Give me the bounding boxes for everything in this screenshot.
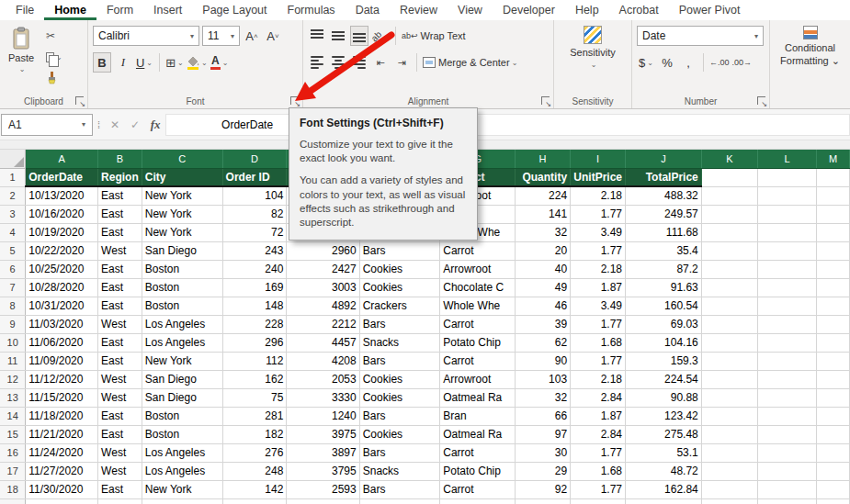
cell-D1[interactable]: Order ID [222, 168, 287, 186]
cell-H9[interactable]: 39 [516, 315, 571, 333]
cell-I8[interactable]: 3.49 [571, 297, 626, 315]
cell-H17[interactable]: 29 [516, 462, 571, 480]
row-header-13[interactable]: 13 [0, 388, 26, 407]
cell-I10[interactable]: 1.68 [571, 333, 626, 352]
cell-K11[interactable] [701, 352, 757, 370]
row-header-8[interactable]: 8 [0, 297, 26, 315]
cell-H16[interactable]: 30 [516, 443, 571, 462]
cell-J8[interactable]: 160.54 [626, 297, 702, 315]
cell-I11[interactable]: 1.77 [571, 352, 626, 370]
cell-A2[interactable]: 10/13/2020 [26, 186, 98, 205]
cell-L8[interactable] [758, 297, 817, 315]
cell-M8[interactable] [817, 297, 850, 315]
formula-input[interactable]: OrderDate [165, 114, 850, 136]
ribbon-tab-formulas[interactable]: Formulas [278, 1, 346, 20]
cell-C13[interactable]: San Diego [142, 388, 222, 407]
cell-J18[interactable]: 162.84 [626, 480, 702, 498]
clipboard-dialog-launcher[interactable] [75, 96, 84, 105]
borders-button[interactable]: ⊞⌄ [165, 52, 184, 73]
cell-E6[interactable]: 2427 [287, 260, 359, 278]
cell-A9[interactable]: 11/03/2020 [26, 315, 98, 333]
cell-H12[interactable]: 103 [516, 370, 571, 388]
cell-J15[interactable]: 275.48 [626, 425, 702, 443]
cell-B3[interactable]: East [98, 205, 142, 223]
cell-C15[interactable]: Boston [142, 425, 222, 443]
cell-H19[interactable] [516, 498, 571, 504]
cell-C3[interactable]: New York [142, 205, 222, 223]
cell-M7[interactable] [817, 278, 850, 297]
cell-A4[interactable]: 10/19/2020 [26, 223, 98, 241]
cell-E15[interactable]: 3975 [287, 425, 359, 443]
cell-E18[interactable]: 2593 [287, 480, 359, 498]
cell-D16[interactable]: 276 [222, 443, 287, 462]
ribbon-tab-form[interactable]: Form [96, 1, 143, 20]
cell-D6[interactable]: 240 [222, 260, 287, 278]
cell-G5[interactable]: Carrot [440, 241, 516, 260]
cell-G16[interactable]: Carrot [440, 443, 516, 462]
cell-B4[interactable]: East [98, 223, 142, 241]
row-header-1[interactable]: 1 [0, 168, 26, 186]
bold-button[interactable]: B [93, 52, 111, 73]
top-align-button[interactable] [308, 26, 326, 46]
row-header-5[interactable]: 5 [0, 241, 26, 260]
ribbon-tab-insert[interactable]: Insert [143, 1, 192, 20]
cell-J13[interactable]: 90.88 [626, 388, 702, 407]
cell-I19[interactable] [571, 498, 626, 504]
cell-B16[interactable]: West [98, 443, 142, 462]
cell-H7[interactable]: 49 [516, 278, 571, 297]
cell-M9[interactable] [817, 315, 850, 333]
cell-D4[interactable]: 72 [222, 223, 287, 241]
cell-A18[interactable]: 11/30/2020 [26, 480, 98, 498]
align-right-button[interactable] [350, 52, 368, 73]
cell-H3[interactable]: 141 [516, 205, 571, 223]
cell-L6[interactable] [758, 260, 817, 278]
cell-J7[interactable]: 91.63 [626, 278, 702, 297]
merge-center-button[interactable]: Merge & Center⌄ [423, 52, 517, 73]
cell-C11[interactable]: New York [142, 352, 222, 370]
cell-K4[interactable] [701, 223, 757, 241]
cell-M1[interactable] [817, 168, 850, 186]
cell-L15[interactable] [758, 425, 817, 443]
cell-L10[interactable] [758, 333, 817, 352]
cell-L1[interactable] [758, 168, 817, 186]
cell-G7[interactable]: Chocolate C [440, 278, 516, 297]
cell-J1[interactable]: TotalPrice [626, 168, 702, 186]
cell-C6[interactable]: Boston [142, 260, 222, 278]
font-name-dropdown-chevron[interactable]: ▾ [187, 32, 194, 40]
cell-I4[interactable]: 3.49 [571, 223, 626, 241]
cell-C5[interactable]: San Diego [142, 241, 222, 260]
cell-M6[interactable] [817, 260, 850, 278]
cell-H11[interactable]: 90 [516, 352, 571, 370]
cell-F18[interactable]: Bars [359, 480, 440, 498]
enter-entry-button[interactable]: ✓ [125, 118, 145, 131]
cell-L13[interactable] [758, 388, 817, 407]
cell-J6[interactable]: 87.2 [626, 260, 702, 278]
number-dialog-launcher[interactable] [757, 96, 765, 105]
paste-button[interactable]: Paste ⌄ [0, 20, 42, 90]
cell-G11[interactable]: Carrot [440, 352, 516, 370]
number-format-dropdown-chevron[interactable]: ▾ [751, 32, 758, 40]
cell-F8[interactable]: Crackers [359, 297, 440, 315]
cell-B6[interactable]: East [98, 260, 142, 278]
column-header-A[interactable]: A [26, 150, 98, 168]
row-header-10[interactable]: 10 [0, 333, 26, 352]
row-header-16[interactable]: 16 [0, 443, 26, 462]
name-box[interactable]: A1 ▾ [1, 114, 93, 136]
font-name-combobox[interactable]: Calibri▾ [93, 26, 199, 46]
cell-D13[interactable]: 75 [222, 388, 287, 407]
bottom-align-button[interactable] [350, 26, 368, 46]
align-left-button[interactable] [308, 52, 326, 73]
percent-style-button[interactable]: % [658, 52, 676, 73]
cell-H18[interactable]: 92 [516, 480, 571, 498]
cell-M4[interactable] [817, 223, 850, 241]
wrap-text-button[interactable]: ab↩ Wrap Text [402, 26, 466, 46]
column-header-J[interactable]: J [626, 150, 702, 168]
cell-C9[interactable]: Los Angeles [142, 315, 222, 333]
cell-B15[interactable]: East [98, 425, 142, 443]
cell-L5[interactable] [758, 241, 817, 260]
cell-D9[interactable]: 228 [222, 315, 287, 333]
cell-B14[interactable]: East [98, 407, 142, 425]
cell-A5[interactable]: 10/22/2020 [26, 241, 98, 260]
cell-B2[interactable]: East [98, 186, 142, 205]
cell-E5[interactable]: 2960 [287, 241, 359, 260]
